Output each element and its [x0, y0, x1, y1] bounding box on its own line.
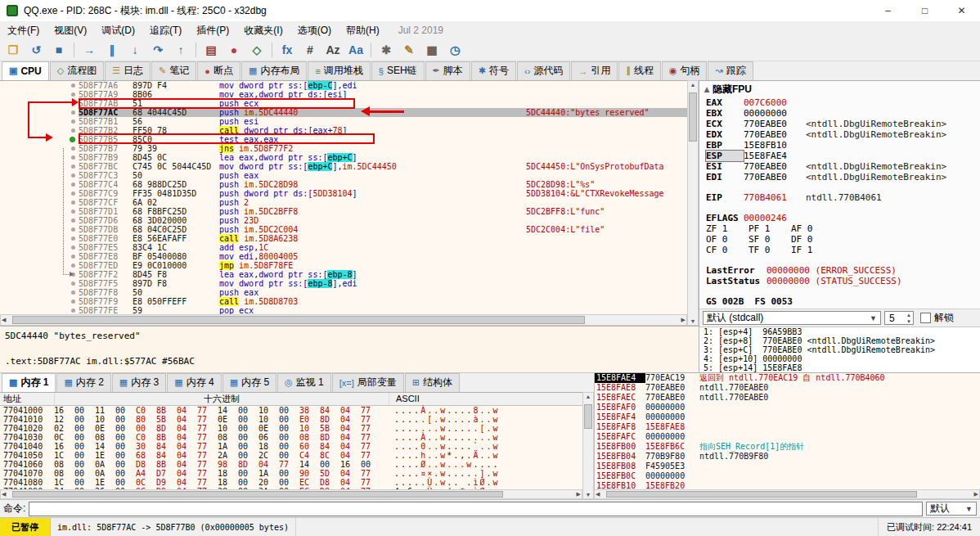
step-over-button[interactable]: ↷ [147, 40, 169, 60]
menu-item[interactable]: 帮助(H) [339, 22, 387, 39]
arg-count-stepper[interactable]: 5 ▲▼ [884, 311, 914, 325]
argument-row[interactable]: 1: [esp+4] 96A59BB3 [699, 327, 980, 336]
breakpoint-dot[interactable] [71, 191, 75, 196]
tab-句柄[interactable]: ◉句柄 [662, 61, 708, 80]
scroll-left-icon[interactable]: ◀ [2, 491, 6, 498]
breakpoint-gutter[interactable] [0, 144, 79, 153]
register-row[interactable]: EBP15E8FB10 [699, 140, 980, 151]
disasm-row-main[interactable]: 5D8F77A98B06mov eax,dword ptr ds:[esi] [79, 90, 687, 99]
breakpoint-dot[interactable] [71, 263, 75, 268]
tab-线程[interactable]: ∥线程 [618, 61, 661, 80]
breakpoint-gutter[interactable] [0, 225, 79, 234]
dump-row[interactable]: 7704107008000A00A4D7047718001A00905D0477… [0, 469, 582, 478]
breakpoint-dot[interactable] [71, 227, 75, 232]
disasm-row[interactable]: 5D8F77DB68 04C0C25Dpush im.5DC2C0045DC2C… [0, 225, 687, 234]
breakpoint-gutter[interactable] [0, 126, 79, 135]
log-button[interactable]: ▤ [200, 40, 222, 60]
disasm-row[interactable]: 5D8F77C350push eax [0, 171, 687, 180]
breakpoint-gutter[interactable] [0, 117, 79, 126]
breakpoint-gutter[interactable] [0, 108, 79, 117]
close-button[interactable]: ✕ [943, 0, 980, 21]
disasm-row-main[interactable]: 5D8F77B585C0test eax,eax [79, 135, 687, 144]
tab-内存布局[interactable]: ▦内存布局 [241, 61, 307, 80]
functions-button[interactable]: fx [276, 40, 298, 60]
breakpoint-dot[interactable] [71, 218, 75, 223]
scroll-left-icon[interactable]: ◀ [596, 491, 600, 498]
disasm-row-main[interactable]: 5D8F77E8BF 05400080mov edi,80004005 [79, 252, 687, 261]
command-input[interactable] [29, 502, 923, 516]
stack-row[interactable]: 15E8FB08F45905E3 [595, 462, 980, 471]
stack-row[interactable]: 15E8FAF000000000 [595, 403, 980, 412]
breakpoint-dot[interactable] [71, 110, 75, 115]
scroll-up-icon[interactable]: ▲ [688, 82, 698, 88]
breakpoint-gutter[interactable] [0, 180, 79, 189]
disasm-row[interactable]: 5D8F77F28D45 F8lea eax,dword ptr ss:[ebp… [0, 270, 687, 279]
disasm-row[interactable]: 5D8F77B779 39jns im.5D8F77F2 [0, 144, 687, 153]
segment-registers-row[interactable]: GS 002B FS 0053 [699, 296, 980, 307]
breakpoint-gutter[interactable] [0, 99, 79, 108]
stack-row[interactable]: 15E8FAF400000000 [595, 412, 980, 422]
stack-row[interactable]: 15E8FAEC770EABE0ntdll.770EABE0 [595, 393, 980, 403]
flags-row[interactable]: CF 0TF 0IF 1 [699, 245, 980, 255]
disasm-row-main[interactable]: 5D8F77DB68 04C0C25Dpush im.5DC2C0045DC2C… [79, 225, 687, 234]
breakpoint-dot[interactable] [71, 209, 75, 214]
disasm-row-main[interactable]: 5D8F77D168 F8BFC25Dpush im.5DC2BFF85DC2B… [79, 207, 687, 216]
breakpoint-dot[interactable] [71, 92, 75, 97]
step-into-button[interactable]: ↓ [124, 40, 146, 60]
memory-dump-view[interactable]: 地址 十六进制 ASCII 7704100016001100C08B047714… [0, 392, 582, 490]
scrollbar-thumb[interactable] [584, 404, 592, 429]
tab-断点[interactable]: ●断点 [197, 61, 241, 80]
disasm-row-main[interactable]: 5D8F77C9FF35 0481D35Dpush dword ptr ds:[… [79, 189, 687, 198]
graph-button[interactable]: ◇ [246, 40, 267, 60]
tab-引用[interactable]: →引用 [571, 61, 618, 80]
bottom-tab-内存 1[interactable]: ▦内存 1 [2, 373, 56, 392]
disasm-row[interactable]: 5D8F77C468 988DC25Dpush im.5DC28D985DC28… [0, 180, 687, 189]
breakpoint-dot[interactable] [71, 146, 75, 151]
stack-row[interactable]: 15E8FB1015E8FB20 [595, 481, 980, 489]
tab-源代码[interactable]: ‹›源代码 [517, 61, 570, 80]
disasm-row-main[interactable]: 5D8F77F5897D F8mov dword ptr ss:[ebp-8],… [79, 279, 687, 288]
disasm-row[interactable]: 5D8F77A98B06mov eax,dword ptr ds:[esi] [0, 90, 687, 99]
stack-row[interactable]: 15E8FAFC00000000 [595, 432, 980, 442]
disasm-row-main[interactable]: 5D8F77F9E8 050FFEFFcall im.5D8D8703 [79, 297, 687, 306]
tab-日志[interactable]: ☰日志 [105, 61, 151, 80]
stack-view[interactable]: 15E8FAE4770EAC19返回到 ntdll.770EAC19 自 ntd… [594, 372, 980, 489]
disasm-row[interactable]: 5D8F77C9FF35 0481D35Dpush dword ptr ds:[… [0, 189, 687, 198]
menu-item[interactable]: 选项(O) [290, 22, 339, 39]
argument-row[interactable]: 5: [esp+14] 15E8FAE8 [699, 363, 980, 372]
breakpoint-gutter[interactable] [0, 243, 79, 252]
stack-row[interactable]: 15E8FB0015E8FB6C指向SEH_Record[1]的指针 [595, 442, 980, 452]
disasm-row-main[interactable]: 5D8F77E583C4 1Cadd esp,1C [79, 243, 687, 252]
dump-horizontal-scrollbar[interactable]: ◀ ▶ [0, 489, 582, 499]
breakpoint-dot-enabled[interactable] [70, 137, 75, 142]
disasm-row-main[interactable]: 5D8F77B2FF50 78call dword ptr ds:[eax+78… [79, 126, 687, 135]
bottom-tab-内存 2[interactable]: ▦内存 2 [56, 373, 110, 392]
stack-row[interactable]: 15E8FB04770B9F80ntdll.770B9F80 [595, 452, 980, 462]
clock-button[interactable]: ◷ [444, 40, 465, 60]
disasm-row[interactable]: 5D8F77B156push esi [0, 117, 687, 126]
dump-row[interactable]: 770410801C001E000CD9047718002000ECD80477… [0, 478, 582, 487]
bottom-tab-结构体[interactable]: ⊞结构体 [405, 373, 460, 392]
disasm-row-main[interactable]: 5D8F77B156push esi [79, 117, 687, 126]
dump-row[interactable]: 7704102002000E00008D047710000E00105B0477… [0, 424, 582, 433]
menu-item[interactable]: 插件(P) [189, 22, 236, 39]
breakpoint-gutter[interactable] [0, 279, 79, 288]
disasm-row-main[interactable]: 5D8F77E0E8 56EAFAFFcall im.5D8A6238 [79, 234, 687, 243]
breakpoint-gutter[interactable] [0, 81, 79, 90]
open-file-button[interactable]: ❐ [2, 40, 24, 60]
dump-row[interactable]: 7704104016001400308404771A00180060840477… [0, 442, 582, 451]
disasm-row-main[interactable]: 5D8F77CF6A 02push 2 [79, 198, 687, 207]
breakpoint-dot[interactable] [71, 155, 75, 160]
step-out-button[interactable]: ↑ [170, 40, 191, 60]
disasm-row-main[interactable]: 5D8F77F850push eax [79, 288, 687, 297]
disasm-row[interactable]: 5D8F77B585C0test eax,eax [0, 135, 687, 144]
scrollbar-thumb[interactable] [12, 491, 503, 498]
disasm-row-main[interactable]: 5D8F77B98D45 0Clea eax,dword ptr ss:[ebp… [79, 153, 687, 162]
hide-fpu-button[interactable]: ▴隐藏FPU [704, 83, 752, 97]
menu-item[interactable]: 收藏夹(I) [236, 22, 290, 39]
disasm-row[interactable]: 5D8F77EDE9 0C010000jmp im.5D8F78FE [0, 261, 687, 270]
disasm-row[interactable]: 5D8F77E8BF 05400080mov edi,80004005 [0, 252, 687, 261]
disasm-row[interactable]: 5D8F77B2FF50 78call dword ptr ds:[eax+78… [0, 126, 687, 135]
disasm-row-main[interactable]: 5D8F77C468 988DC25Dpush im.5DC28D985DC28… [79, 180, 687, 189]
last-status-row[interactable]: LastStatus00000000 (STATUS_SUCCESS) [699, 276, 980, 286]
